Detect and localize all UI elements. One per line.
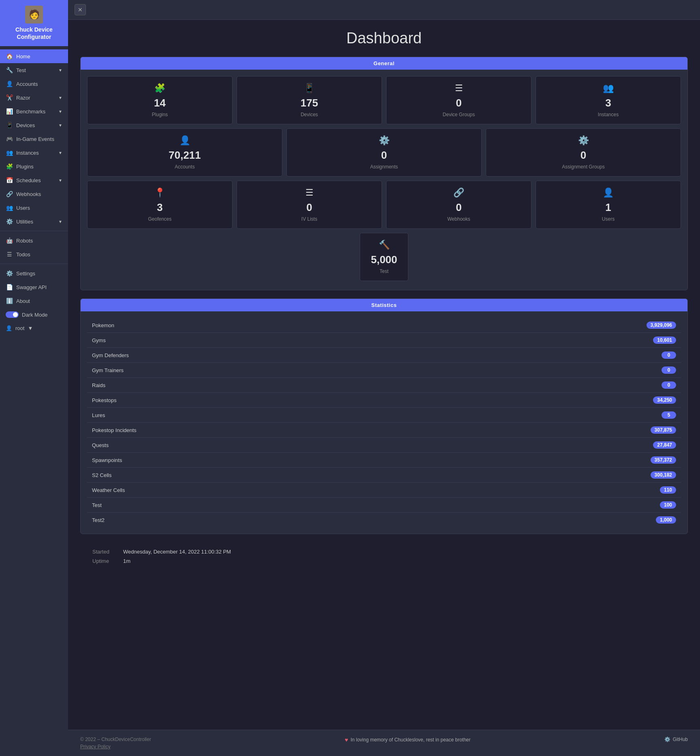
stat-row-label: Pokemon [87,318,431,333]
nav-icon-utilities: ⚙️ [6,218,13,225]
stat-row-value: 307,875 [431,423,681,438]
nav-icon-about: ℹ️ [6,298,13,304]
nav-icon-instances: 👥 [6,149,13,156]
nav-label-instances: Instances [16,150,39,156]
stat-row-value: 0 [431,348,681,363]
stat-card-test[interactable]: 🔨 5,000 Test [360,233,408,281]
topbar: ✕ [68,0,700,20]
stat-number-instances: 3 [605,97,611,109]
general-row-4: 🔨 5,000 Test [87,233,681,281]
nav-icon-accounts: 👤 [6,81,13,87]
stat-row-label: Test2 [87,513,431,528]
stat-card-users[interactable]: 👤 1 Users [536,181,681,229]
stat-row-value: 27,847 [431,438,681,453]
nav-label-schedules: Schedules [16,177,41,183]
stat-label-plugins: Plugins [152,112,168,117]
stat-label-devices: Devices [301,112,318,117]
dark-mode-toggle[interactable] [6,311,19,318]
nav-icon-home: 🏠 [6,53,13,60]
sidebar-item-robots[interactable]: 🤖 Robots [0,234,68,247]
nav-label-benchmarks: Benchmarks [16,109,45,115]
sidebar-item-benchmarks[interactable]: 📊 Benchmarks ▼ [0,104,68,118]
nav-label-accounts: Accounts [16,81,38,87]
user-row[interactable]: 👤 root ▼ [0,322,68,335]
sidebar-item-users[interactable]: 👥 Users [0,201,68,215]
stat-card-geofences[interactable]: 📍 3 Geofences [87,181,233,229]
sidebar-item-devices[interactable]: 📱 Devices ▼ [0,118,68,132]
table-row: Pokestops 34,250 [87,393,681,408]
sidebar-item-swagger-api[interactable]: 📄 Swagger API [0,280,68,294]
info-section: Started Wednesday, December 14, 2022 11:… [80,542,688,574]
close-button[interactable]: ✕ [75,4,86,15]
sidebar-item-instances[interactable]: 👥 Instances ▼ [0,146,68,160]
general-body: 🧩 14 Plugins📱 175 Devices☰ 0 Device Grou… [81,70,687,290]
stat-row-label: Lures [87,408,431,423]
stat-card-plugins[interactable]: 🧩 14 Plugins [87,76,233,124]
nav-chevron-devices: ▼ [58,123,62,128]
nav-chevron-benchmarks: ▼ [58,109,62,114]
avatar: 🧑 [25,6,43,23]
table-row: Pokemon 3,929,096 [87,318,681,333]
started-value: Wednesday, December 14, 2022 11:00:32 PM [123,549,231,555]
nav-icon-in-game-events: 🎮 [6,136,13,142]
nav-divider-2 [0,264,68,264]
table-row: S2 Cells 300,182 [87,468,681,483]
stat-row-label: Pokestop Incidents [87,423,431,438]
sidebar-item-home[interactable]: 🏠 Home [0,49,68,63]
statistics-section: Statistics Pokemon 3,929,096Gyms 10,601G… [80,298,688,534]
nav-label-devices: Devices [16,122,35,128]
table-row: Spawnpoints 357,372 [87,453,681,468]
user-chevron: ▼ [28,325,33,331]
nav-icon-robots: 🤖 [6,237,13,244]
nav-label-razor: Razor [16,95,30,101]
stat-card-assignments[interactable]: ⚙️ 0 Assignments [286,128,482,177]
sidebar-item-accounts[interactable]: 👤 Accounts [0,77,68,91]
stat-card-instances[interactable]: 👥 3 Instances [536,76,681,124]
stat-icon-devices: 📱 [304,83,315,94]
footer-right[interactable]: ⚙️ GitHub [664,737,688,742]
stat-label-iv-lists: IV Lists [301,216,317,222]
stat-card-webhooks[interactable]: 🔗 0 Webhooks [386,181,531,229]
stat-card-assignment-groups[interactable]: ⚙️ 0 Assignment Groups [486,128,681,177]
stat-icon-assignment-groups: ⚙️ [578,135,589,146]
sidebar-item-plugins[interactable]: 🧩 Plugins [0,160,68,173]
stat-card-device-groups[interactable]: ☰ 0 Device Groups [386,76,531,124]
sidebar-item-webhooks[interactable]: 🔗 Webhooks [0,187,68,201]
stat-row-value: 0 [431,363,681,378]
user-label: root [15,325,24,331]
sidebar-item-settings[interactable]: ⚙️ Settings [0,266,68,280]
nav-chevron-instances: ▼ [58,151,62,155]
sidebar-item-todos[interactable]: ☰ Todos [0,247,68,261]
nav-label-utilities: Utilities [16,219,33,225]
stat-card-accounts[interactable]: 👤 70,211 Accounts [87,128,282,177]
stat-row-value: 3,929,096 [431,318,681,333]
general-row-1: 🧩 14 Plugins📱 175 Devices☰ 0 Device Grou… [87,76,681,124]
stat-icon-users: 👤 [603,187,614,198]
started-label: Started [92,549,117,555]
table-row: Quests 27,847 [87,438,681,453]
general-header: General [81,57,687,70]
nav-icon-todos: ☰ [6,251,13,258]
nav-icon-devices: 📱 [6,122,13,128]
nav-chevron-schedules: ▼ [58,178,62,183]
stat-label-test: Test [380,268,388,274]
sidebar-item-razor[interactable]: ✂️ Razor ▼ [0,91,68,104]
stat-row-value: 100 [431,498,681,513]
stat-row-value: 0 [431,378,681,393]
nav-icon-test: 🔧 [6,67,13,73]
nav-label-plugins: Plugins [16,164,34,170]
nav-divider-1 [0,231,68,231]
stat-card-iv-lists[interactable]: ☰ 0 IV Lists [237,181,382,229]
privacy-policy-link[interactable]: Privacy Policy [80,744,151,750]
stat-card-devices[interactable]: 📱 175 Devices [237,76,382,124]
stat-icon-device-groups: ☰ [455,83,463,94]
sidebar-item-utilities[interactable]: ⚙️ Utilities ▼ [0,215,68,228]
uptime-label: Uptime [92,558,117,564]
sidebar-item-test[interactable]: 🔧 Test ▼ [0,63,68,77]
sidebar: 🧑 Chuck Device Configurator 🏠 Home 🔧 Tes… [0,0,68,756]
stat-label-assignment-groups: Assignment Groups [562,164,604,170]
sidebar-item-about[interactable]: ℹ️ About [0,294,68,308]
sidebar-item-in-game-events[interactable]: 🎮 In-Game Events [0,132,68,146]
sidebar-item-schedules[interactable]: 📅 Schedules ▼ [0,173,68,187]
nav-icon-razor: ✂️ [6,94,13,101]
